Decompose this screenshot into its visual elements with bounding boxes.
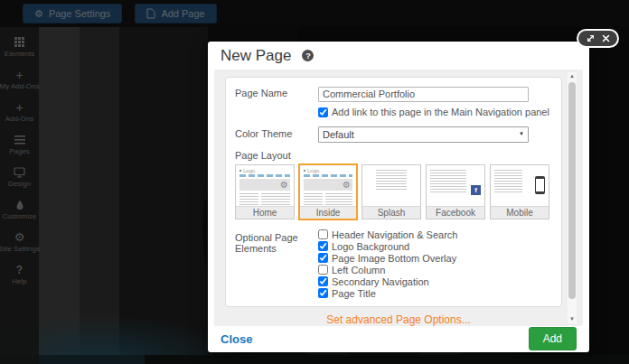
- layout-options: Logo ⚙ Home Logo ⚙: [235, 164, 554, 219]
- smartphone-icon: [535, 176, 545, 194]
- thumb-banner: ⚙: [239, 179, 290, 191]
- dialog-content: Page Name Add link to this page in the M…: [214, 70, 583, 326]
- header-nav-search-checkbox[interactable]: [318, 229, 328, 239]
- advanced-page-options-link[interactable]: Set advanced Page Options...: [214, 313, 583, 326]
- facebook-icon: f: [471, 185, 481, 195]
- thumb-nav-bar: [304, 174, 352, 177]
- main-nav-link-checkbox[interactable]: [318, 107, 328, 117]
- scrollbar[interactable]: ▲ ▼: [568, 72, 577, 323]
- optional-element: Left Column: [318, 265, 554, 275]
- layout-name: Inside: [300, 206, 356, 219]
- close-icon[interactable]: [602, 34, 610, 42]
- page-layout-label: Page Layout: [235, 150, 554, 161]
- layout-name: Facebook: [427, 206, 484, 219]
- secondary-navigation-checkbox[interactable]: [318, 276, 328, 286]
- page-name-row: Page Name: [235, 85, 554, 102]
- page-name-input[interactable]: [318, 87, 529, 102]
- main-nav-link-label: Add link to this page in the Main Naviga…: [332, 107, 549, 117]
- thumb-banner: ⚙: [304, 179, 352, 191]
- color-theme-row: Color Theme Default ▼: [235, 126, 554, 143]
- page-image-overlay-checkbox[interactable]: [318, 253, 328, 263]
- color-theme-label: Color Theme: [235, 126, 318, 139]
- scrollbar-thumb[interactable]: [568, 82, 576, 299]
- layout-thumbnail: [362, 165, 420, 206]
- app-screen: ⚙ Page Settings Add Page Elements + My A…: [0, 0, 629, 364]
- help-icon[interactable]: ?: [302, 50, 314, 61]
- layout-thumbnail: f: [427, 165, 484, 206]
- new-page-form: Page Name Add link to this page in the M…: [225, 77, 562, 307]
- layout-thumbnail: Logo ⚙: [300, 165, 356, 206]
- layout-option-home[interactable]: Logo ⚙ Home: [235, 164, 295, 219]
- layout-thumbnail: Logo ⚙: [236, 165, 294, 206]
- layout-option-splash[interactable]: Splash: [361, 164, 421, 219]
- optional-element: Secondary Navigation: [318, 276, 554, 287]
- scroll-up-arrow[interactable]: ▲: [568, 72, 577, 80]
- page-name-label: Page Name: [235, 85, 318, 98]
- gear-icon: ⚙: [280, 179, 288, 191]
- layout-name: Home: [236, 206, 294, 219]
- expand-icon[interactable]: [587, 34, 595, 42]
- layout-option-facebook[interactable]: f Facebook: [426, 164, 485, 219]
- scroll-down-arrow[interactable]: ▼: [568, 315, 577, 323]
- layout-option-mobile[interactable]: Mobile: [490, 164, 549, 219]
- thumb-logo-text: Logo: [239, 168, 290, 173]
- optional-element: Page Title: [318, 288, 554, 299]
- layout-option-inside[interactable]: Logo ⚙ Inside: [298, 163, 358, 220]
- close-button[interactable]: Close: [221, 332, 252, 346]
- thumb-logo-text: Logo: [304, 168, 352, 173]
- gear-icon: ⚙: [343, 179, 351, 191]
- logo-background-checkbox[interactable]: [318, 241, 328, 251]
- dialog-title: New Page: [221, 47, 291, 65]
- layout-thumbnail: [491, 165, 549, 206]
- optional-element: Page Image Bottom Overlay: [318, 253, 554, 264]
- dialog-header: New Page ?: [208, 42, 589, 70]
- add-button[interactable]: Add: [529, 327, 577, 350]
- optional-elements-row: Optional Page Elements Header Navigation…: [235, 229, 554, 299]
- page-title-checkbox[interactable]: [318, 288, 328, 298]
- optional-elements-label: Optional Page Elements: [235, 229, 318, 254]
- dialog-footer: Close Add: [208, 326, 589, 352]
- new-page-dialog: New Page ? Page Name Add link to this pa…: [208, 42, 589, 352]
- optional-element: Logo Background: [318, 241, 554, 252]
- color-theme-select[interactable]: Default: [318, 126, 529, 143]
- window-controls: [577, 29, 619, 48]
- main-nav-link-option: Add link to this page in the Main Naviga…: [318, 107, 554, 118]
- layout-name: Splash: [362, 206, 420, 219]
- layout-name: Mobile: [491, 206, 549, 219]
- optional-element: Header Navigation & Search: [318, 229, 554, 240]
- thumb-nav-bar: [239, 174, 290, 177]
- left-column-checkbox[interactable]: [318, 265, 328, 275]
